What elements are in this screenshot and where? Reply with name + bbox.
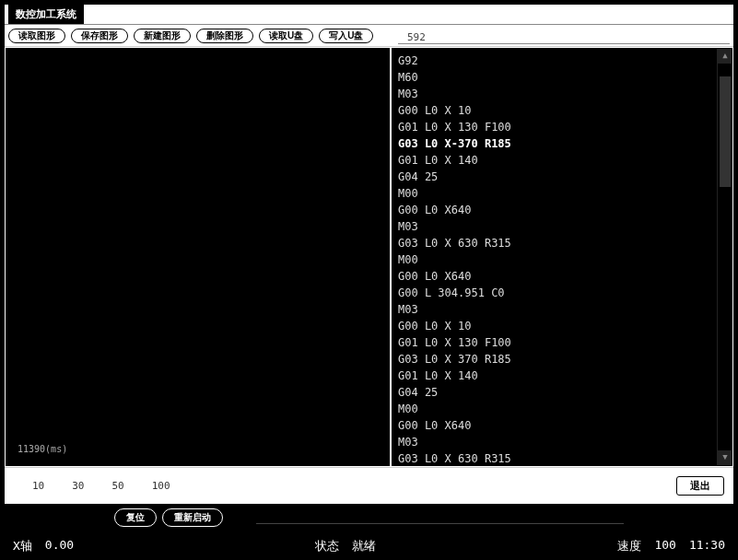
- footer-speed-value: 100: [654, 538, 675, 554]
- status-overlay: 复位 重新启动: [4, 508, 734, 527]
- restart-pill[interactable]: 重新启动: [162, 508, 223, 527]
- footer-axis-label: X轴: [13, 538, 32, 554]
- bottom-value-1: 10: [32, 480, 44, 492]
- status-field: [256, 511, 624, 524]
- gcode-line[interactable]: G00 L0 X640: [398, 417, 726, 434]
- bottom-value-4: 100: [152, 480, 170, 492]
- read-usb-button[interactable]: 读取U盘: [259, 29, 313, 43]
- gcode-line[interactable]: G00 L0 X640: [398, 202, 726, 218]
- main-window: 数控加工系统 读取图形 保存图形 新建图形 删除图形 读取U盘 写入U盘 592…: [4, 4, 734, 505]
- footer-right: 速度 100 11:30: [617, 538, 725, 554]
- gcode-line[interactable]: G92: [398, 52, 726, 69]
- gcode-line[interactable]: M03: [398, 218, 726, 235]
- save-graphic-button[interactable]: 保存图形: [71, 29, 128, 43]
- scroll-down-button[interactable]: ▼: [718, 450, 732, 465]
- exit-button[interactable]: 退出: [676, 476, 724, 496]
- preview-timing-label: 11390(ms): [18, 444, 67, 454]
- write-usb-button[interactable]: 写入U盘: [319, 29, 373, 43]
- toolbar: 读取图形 保存图形 新建图形 删除图形 读取U盘 写入U盘 592: [5, 25, 733, 47]
- reset-pill[interactable]: 复位: [114, 508, 157, 527]
- gcode-line[interactable]: G04 25: [398, 169, 726, 185]
- footer-time: 11:30: [689, 538, 725, 554]
- gcode-panel: ▲ ▼ G92M60M03G00 L0 X 10G01 L0 X 130 F10…: [392, 48, 732, 466]
- gcode-line[interactable]: G04 25: [398, 384, 726, 401]
- footer-bar: X轴 0.00 状态 就绪 速度 100 11:30: [0, 532, 738, 560]
- gcode-line[interactable]: G01 L0 X 130 F100: [398, 119, 726, 135]
- gcode-line[interactable]: M00: [398, 251, 726, 268]
- gcode-line[interactable]: G03 L0 X-370 R185: [398, 135, 726, 152]
- gcode-line[interactable]: G00 L 304.951 C0: [398, 285, 726, 301]
- toolbar-right-field: 592: [398, 28, 730, 44]
- title-bar: 数控加工系统: [5, 5, 733, 25]
- footer-left: X轴 0.00: [13, 538, 74, 554]
- scrollbar: ▲ ▼: [717, 49, 732, 465]
- bottom-value-3: 50: [112, 480, 124, 492]
- gcode-line[interactable]: G01 L0 X 130 F100: [398, 334, 726, 351]
- gcode-line[interactable]: M03: [398, 301, 726, 318]
- bottom-values: 10 30 50 100: [32, 480, 170, 492]
- footer-axis-value: 0.00: [45, 538, 74, 554]
- title-tab: 数控加工系统: [8, 5, 84, 24]
- gcode-line[interactable]: M00: [398, 401, 726, 417]
- gcode-line[interactable]: M60: [398, 69, 726, 86]
- gcode-line[interactable]: G03 L0 X 630 R315: [398, 235, 726, 251]
- footer-status-value: 就绪: [352, 538, 376, 554]
- gcode-line[interactable]: G03 L0 X 630 R315: [398, 450, 726, 466]
- scroll-up-button[interactable]: ▲: [718, 49, 732, 64]
- new-graphic-button[interactable]: 新建图形: [134, 29, 191, 43]
- gcode-line[interactable]: M03: [398, 86, 726, 102]
- gcode-line[interactable]: G00 L0 X640: [398, 268, 726, 285]
- gcode-line[interactable]: G01 L0 X 140: [398, 152, 726, 169]
- bottom-value-2: 30: [72, 480, 84, 492]
- gcode-line[interactable]: M00: [398, 185, 726, 202]
- gcode-line[interactable]: G00 L0 X 10: [398, 102, 726, 119]
- bottom-bar: 10 30 50 100 退出: [5, 467, 733, 504]
- delete-graphic-button[interactable]: 删除图形: [196, 29, 253, 43]
- preview-panel: 11390(ms): [6, 48, 390, 466]
- gcode-line[interactable]: M03: [398, 434, 726, 450]
- content-area: 11390(ms) ▲ ▼ G92M60M03G00 L0 X 10G01 L0…: [5, 47, 733, 467]
- footer-mid: 状态 就绪: [315, 538, 376, 554]
- gcode-line[interactable]: G00 L0 X 10: [398, 318, 726, 334]
- gcode-line[interactable]: G01 L0 X 140: [398, 368, 726, 384]
- read-graphic-button[interactable]: 读取图形: [8, 29, 65, 43]
- footer-status-label: 状态: [315, 538, 339, 554]
- scroll-thumb[interactable]: [720, 76, 731, 187]
- footer-speed-label: 速度: [617, 538, 641, 554]
- gcode-line[interactable]: G03 L0 X 370 R185: [398, 351, 726, 368]
